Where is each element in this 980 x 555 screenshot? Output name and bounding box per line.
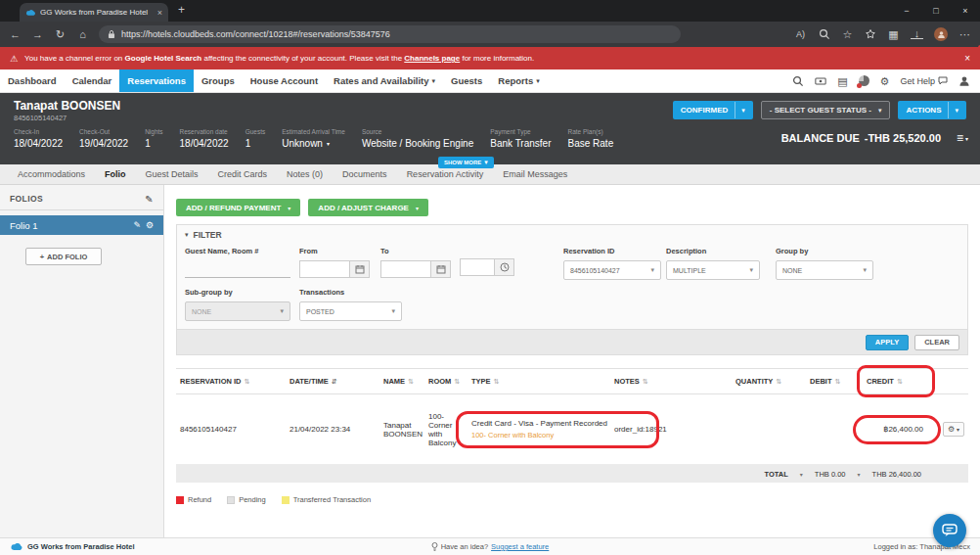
forward-icon[interactable]: → [31,28,44,40]
header-date-time[interactable]: DATE/TIME⇵ [286,377,379,386]
filter-collapse-toggle[interactable]: ▾FILTER [185,230,222,240]
to-calendar-button[interactable] [431,260,451,278]
legend-refund: Refund [176,495,211,504]
back-icon[interactable]: ← [9,28,22,40]
tab-guest-details[interactable]: Guest Details [136,169,208,179]
group-by-select[interactable]: NONE▾ [776,260,873,280]
tab-accommodations[interactable]: Accommodations [8,169,95,179]
profile-avatar[interactable] [934,27,948,41]
to-time-button[interactable] [495,258,514,276]
suggest-feature-link[interactable]: Suggest a feature [491,542,549,551]
nav-item-reservations[interactable]: Reservations [119,69,194,92]
tab-close-icon[interactable]: × [157,8,162,18]
window-minimize-button[interactable]: − [892,0,921,22]
show-more-button[interactable]: SHOW MORE▾ [438,157,494,168]
header-name[interactable]: NAME⇅ [379,377,424,386]
favorites-bar-icon[interactable] [865,28,876,40]
header-debit[interactable]: DEBIT⇅ [806,377,863,386]
field-estimated-arrival[interactable]: Estimated Arrival TimeUnknown▾ [282,128,345,149]
search-icon[interactable] [792,75,804,87]
browser-menu-dots-icon[interactable]: ⋯ [958,28,971,41]
hotel-building-icon[interactable]: ▤ [837,75,847,87]
from-calendar-button[interactable] [350,260,370,278]
folio-list-item[interactable]: Folio 1 ✎⚙ [0,215,163,235]
chevron-down-icon[interactable]: ▾ [858,471,861,478]
gear-icon[interactable]: ⚙ [880,75,890,87]
from-date-input[interactable] [299,260,350,278]
nav-item-house-account[interactable]: House Account [243,69,326,92]
nav-item-rates-availability[interactable]: Rates and Availability▾ [326,69,443,92]
browser-tab[interactable]: GG Works from Paradise Hotel × [20,3,168,22]
header-credit[interactable]: CREDIT⇅ [863,377,927,386]
header-notes[interactable]: NOTES⇅ [610,377,732,386]
zoom-icon[interactable] [819,28,830,40]
address-bar[interactable]: https://hotels.cloudbeds.com/connect/102… [99,25,681,43]
calendar-icon [355,264,365,274]
header-label: DATE/TIME [290,377,329,386]
chevron-down-icon[interactable]: ▾ [800,471,803,478]
nav-item-groups[interactable]: Groups [194,69,243,92]
sub-group-select[interactable]: NONE▾ [185,301,290,321]
nav-label: Reservations [127,75,186,86]
refresh-icon[interactable]: ↻ [54,28,67,41]
to-date-input[interactable] [380,260,431,278]
add-adjust-charge-button[interactable]: ADD / ADJUST CHARGE▾ [308,199,428,216]
folio-gear-icon[interactable]: ⚙ [146,220,154,230]
guest-status-dropdown[interactable]: - SELECT GUEST STATUS -▾ [761,101,891,119]
tab-documents[interactable]: Documents [333,169,397,179]
cash-drawer-icon[interactable] [815,75,826,87]
new-tab-button[interactable]: + [178,3,185,17]
tab-reservation-activity[interactable]: Reservation Activity [397,169,494,179]
description-select[interactable]: MULTIPLE▾ [666,260,760,280]
to-time-input[interactable] [460,258,495,276]
transaction-type-detail: 100- Corner with Balcony [471,431,606,439]
cell-type: Credit Card - Visa - Payment Recorded 10… [468,419,610,439]
alert-close-icon[interactable]: × [964,53,970,64]
lock-icon [108,29,115,39]
collections-icon[interactable]: ▦ [887,28,900,41]
guest-name-room-input[interactable] [185,263,290,278]
navbar-right-icons: ▤ ⚙ Get Help [792,69,980,92]
tab-credit-cards[interactable]: Credit Cards [208,169,278,179]
nav-item-calendar[interactable]: Calendar [65,69,120,92]
balance-menu-icon[interactable]: ≡▾ [957,131,968,145]
filter-to-field: To [380,247,451,278]
nav-item-guests[interactable]: Guests [443,69,490,92]
field-source: SourceWebsite / Booking Engine [362,128,473,149]
reservation-id-select[interactable]: 8456105140427▾ [563,260,661,280]
confirmed-status-button[interactable]: CONFIRMED▾ [673,101,753,119]
reservation-header: Tanapat BOONSEN 8456105140427 CONFIRMED▾… [0,93,980,164]
tab-folio[interactable]: Folio [95,169,136,179]
row-gear-button[interactable]: ⚙▾ [943,422,964,437]
window-close-button[interactable]: × [951,0,980,22]
add-folio-button[interactable]: +ADD FOLIO [25,248,102,265]
edit-folio-pencil-icon[interactable]: ✎ [133,220,141,230]
footer-brand-label: GG Works from Paradise Hotel [27,542,134,551]
actions-button[interactable]: ACTIONS▾ [898,101,966,119]
transactions-select[interactable]: POSTED▾ [299,301,402,321]
get-help-link[interactable]: Get Help [900,76,948,86]
reports-pie-icon[interactable] [859,75,869,86]
header-type[interactable]: TYPE⇅ [468,377,610,386]
add-refund-payment-button[interactable]: ADD / REFUND PAYMENT▾ [176,199,300,216]
read-aloud-icon[interactable]: A) [793,29,808,39]
edit-folios-pencil-icon[interactable]: ✎ [145,194,154,205]
add-favorite-star-icon[interactable]: ☆ [841,28,854,41]
header-reservation-id[interactable]: RESERVATION ID⇅ [176,377,286,386]
tab-notes[interactable]: Notes (0) [277,169,333,179]
header-room[interactable]: ROOM⇅ [424,377,468,386]
filter-group-by-field: Group by NONE▾ [776,247,873,280]
home-icon[interactable]: ⌂ [76,28,89,40]
tab-email-messages[interactable]: Email Messages [493,169,577,179]
nav-item-reports[interactable]: Reports▾ [490,69,547,92]
user-icon[interactable] [958,75,970,87]
apply-button[interactable]: APPLY [866,335,909,350]
window-maximize-button[interactable]: □ [921,0,951,22]
channels-page-link[interactable]: Channels page [404,54,460,63]
header-quantity[interactable]: QUANTITY⇅ [732,377,806,386]
downloads-icon[interactable]: ↓ [911,29,923,39]
chevron-down-icon: ▾ [416,205,419,211]
clear-button[interactable]: CLEAR [914,335,959,350]
nav-item-dashboard[interactable]: Dashboard [0,69,65,92]
chat-widget-button[interactable] [933,514,966,547]
